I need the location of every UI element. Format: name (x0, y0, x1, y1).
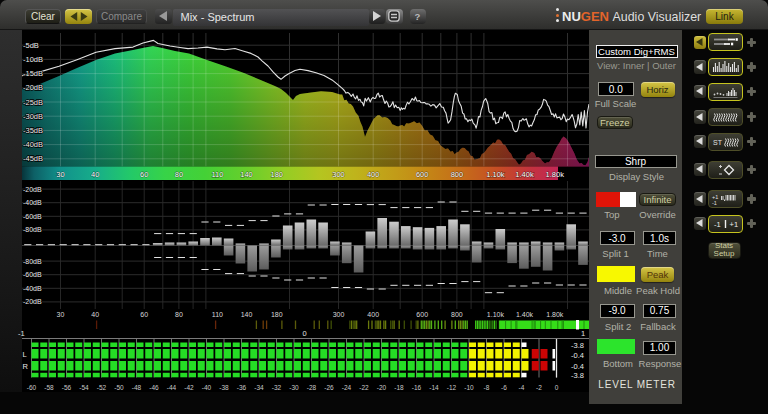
svg-text:-60: -60 (27, 384, 37, 391)
svg-text:1.10k: 1.10k (487, 311, 505, 318)
svg-text:-3.8: -3.8 (571, 371, 584, 380)
svg-text:+1: +1 (712, 194, 718, 200)
svg-text:80: 80 (175, 170, 183, 179)
svg-text:+1: +1 (729, 220, 738, 229)
svg-text:-42: -42 (184, 384, 194, 391)
svg-text:-12: -12 (447, 384, 457, 391)
svg-text:800: 800 (451, 170, 464, 179)
svg-text:300: 300 (332, 170, 345, 179)
svg-text:60: 60 (140, 311, 148, 318)
svg-text:-28: -28 (307, 384, 317, 391)
svg-text:-50: -50 (114, 384, 124, 391)
svg-text:-5dB: -5dB (23, 41, 39, 50)
svg-text:-20dB: -20dB (23, 83, 43, 92)
svg-text:-40dB: -40dB (23, 140, 43, 149)
svg-text:-15dB: -15dB (23, 69, 43, 78)
svg-text:-34: -34 (254, 384, 264, 391)
svg-text:-44: -44 (167, 384, 177, 391)
svg-text:-35dB: -35dB (23, 126, 43, 135)
svg-text:-10: -10 (464, 384, 474, 391)
svg-text:-22: -22 (359, 384, 369, 391)
svg-text:-1: -1 (714, 220, 721, 229)
svg-text:-4: -4 (519, 384, 525, 391)
svg-text:L: L (23, 350, 27, 359)
svg-text:-8: -8 (484, 384, 490, 391)
svg-text:30: 30 (57, 311, 65, 318)
svg-text:-40: -40 (202, 384, 212, 391)
svg-text:-20dB: -20dB (23, 186, 42, 193)
svg-text:600: 600 (416, 170, 429, 179)
svg-text:-24: -24 (342, 384, 352, 391)
svg-text:-1: -1 (18, 329, 25, 338)
svg-text:-0.4: -0.4 (571, 351, 584, 360)
svg-text:-36: -36 (237, 384, 247, 391)
svg-text:-10dB: -10dB (23, 55, 43, 64)
svg-text:-18: -18 (394, 384, 404, 391)
svg-text:140: 140 (241, 311, 253, 318)
svg-text:-52: -52 (97, 384, 107, 391)
svg-text:1.80k: 1.80k (546, 170, 565, 179)
svg-text:300: 300 (333, 311, 345, 318)
svg-text:0: 0 (302, 329, 306, 338)
svg-text:-40dB: -40dB (23, 285, 42, 292)
svg-text:1.40k: 1.40k (515, 170, 534, 179)
svg-text:-6: -6 (501, 384, 507, 391)
svg-text:-48: -48 (132, 384, 142, 391)
svg-text:-1: -1 (712, 200, 717, 206)
svg-text:-30dB: -30dB (23, 112, 43, 121)
svg-text:-25dB: -25dB (23, 98, 43, 107)
svg-text:R: R (23, 362, 29, 371)
svg-text:600: 600 (416, 311, 428, 318)
svg-text:180: 180 (271, 311, 283, 318)
svg-text:-3.8: -3.8 (571, 341, 584, 350)
svg-text:-54: -54 (79, 384, 89, 391)
svg-text:-20: -20 (377, 384, 387, 391)
svg-text:-0.4: -0.4 (571, 362, 584, 371)
svg-text:-60dB: -60dB (23, 271, 42, 278)
svg-text:-38: -38 (219, 384, 229, 391)
svg-text:400: 400 (367, 311, 379, 318)
svg-text:-32: -32 (272, 384, 282, 391)
svg-text:1.40k: 1.40k (516, 311, 534, 318)
svg-text:60: 60 (140, 170, 148, 179)
svg-text:-60dB: -60dB (23, 213, 42, 220)
svg-text:-20dB: -20dB (23, 298, 42, 305)
svg-text:-40dB: -40dB (23, 199, 42, 206)
svg-text:-30: -30 (289, 384, 299, 391)
svg-text:-45dB: -45dB (23, 154, 43, 163)
svg-text:80: 80 (175, 311, 183, 318)
svg-text:-26: -26 (324, 384, 334, 391)
svg-text:-46: -46 (149, 384, 159, 391)
svg-text:-14: -14 (429, 384, 439, 391)
svg-text:400: 400 (367, 170, 380, 179)
svg-text:40: 40 (91, 311, 99, 318)
svg-text:800: 800 (451, 311, 463, 318)
svg-text:-80dB: -80dB (23, 226, 42, 233)
svg-text:0: 0 (555, 384, 559, 391)
svg-text:40: 40 (91, 170, 99, 179)
svg-text:110: 110 (212, 311, 223, 318)
svg-text:30: 30 (56, 170, 64, 179)
svg-text:ST: ST (713, 139, 723, 146)
svg-text:-16: -16 (412, 384, 422, 391)
svg-text:-2: -2 (536, 384, 542, 391)
svg-text:180: 180 (271, 170, 284, 179)
svg-text:-56: -56 (62, 384, 72, 391)
svg-text:-58: -58 (44, 384, 54, 391)
svg-text:110: 110 (211, 170, 223, 179)
svg-text:1.80k: 1.80k (546, 311, 564, 318)
svg-text:1: 1 (581, 329, 585, 338)
svg-text:140: 140 (240, 170, 253, 179)
svg-text:-80dB: -80dB (23, 258, 42, 265)
svg-text:1.10k: 1.10k (486, 170, 505, 179)
